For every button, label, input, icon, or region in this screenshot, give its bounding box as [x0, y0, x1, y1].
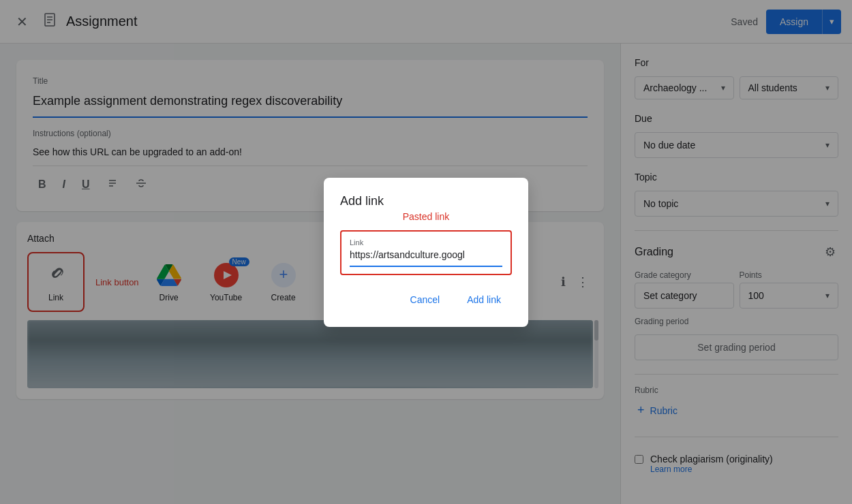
link-input-underline: [350, 266, 502, 267]
link-field-value[interactable]: https://artsandculture.googl: [350, 249, 502, 260]
cancel-button[interactable]: Cancel: [399, 289, 451, 311]
modal-overlay: Add link Pasted link Link https://artsan…: [0, 0, 852, 504]
add-link-button[interactable]: Add link: [456, 289, 512, 311]
link-field-label: Link: [350, 238, 502, 247]
pasted-link-label: Pasted link: [340, 211, 512, 222]
add-link-modal: Add link Pasted link Link https://artsan…: [324, 178, 528, 327]
link-input-wrapper: Link https://artsandculture.googl: [340, 230, 512, 275]
modal-actions: Cancel Add link: [340, 289, 512, 311]
modal-title: Add link: [340, 194, 512, 208]
